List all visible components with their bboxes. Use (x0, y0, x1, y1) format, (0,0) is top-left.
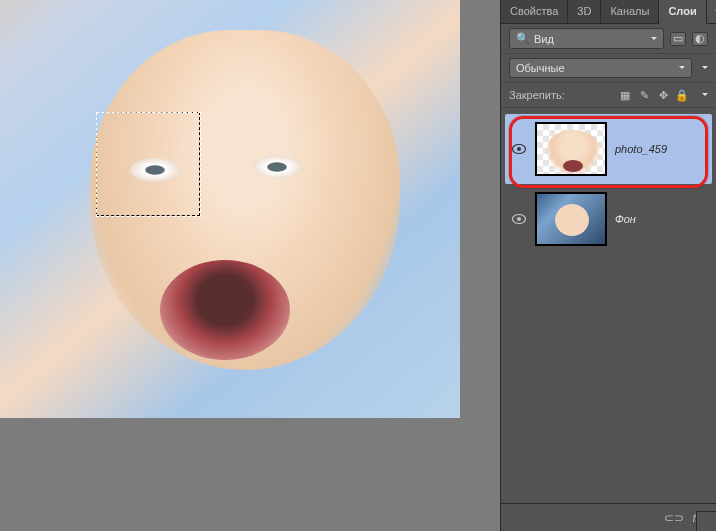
svg-point-1 (517, 147, 521, 151)
chevron-down-icon (679, 62, 685, 74)
document-image (0, 0, 460, 418)
lock-pixels-icon[interactable]: ✎ (636, 87, 652, 103)
chevron-down-icon[interactable] (702, 89, 708, 101)
selection-marquee[interactable] (96, 112, 200, 216)
filter-row: 🔍 Вид ▭ ◐ (501, 24, 716, 54)
blend-row: Обычные (501, 54, 716, 83)
panel-bottom-bar: ⊂⊃ fx (501, 503, 716, 531)
tab-properties[interactable]: Свойства (501, 0, 568, 23)
lock-all-icon[interactable]: 🔒 (674, 87, 690, 103)
panel-tabs: Свойства 3D Каналы Слои ▾≡ (501, 0, 716, 24)
lock-row: Закрепить: ▦ ✎ ✥ 🔒 (501, 83, 716, 108)
visibility-toggle-icon[interactable] (511, 211, 527, 227)
layers-list: photo_459 Фон (501, 108, 716, 503)
panel-menu-icon[interactable]: ▾≡ (707, 0, 716, 23)
canvas-area[interactable] (0, 0, 500, 531)
layer-name[interactable]: Фон (615, 213, 636, 225)
kind-dropdown[interactable]: 🔍 Вид (509, 28, 664, 49)
blend-mode-dropdown[interactable]: Обычные (509, 58, 692, 78)
lock-transparent-icon[interactable]: ▦ (617, 87, 633, 103)
layer-thumbnail[interactable] (535, 122, 607, 176)
lock-position-icon[interactable]: ✥ (655, 87, 671, 103)
layer-name[interactable]: photo_459 (615, 143, 667, 155)
chevron-down-icon[interactable] (702, 62, 708, 74)
kind-label: Вид (534, 33, 554, 45)
blend-label: Обычные (516, 62, 565, 74)
tab-layers[interactable]: Слои (659, 0, 706, 24)
visibility-toggle-icon[interactable] (511, 141, 527, 157)
layer-thumbnail[interactable] (535, 192, 607, 246)
svg-point-3 (517, 217, 521, 221)
tab-channels[interactable]: Каналы (601, 0, 659, 23)
layers-panel: Свойства 3D Каналы Слои ▾≡ 🔍 Вид ▭ ◐ Обы… (500, 0, 716, 531)
filter-image-icon[interactable]: ▭ (670, 32, 686, 46)
layer-item[interactable]: Фон (505, 184, 712, 254)
image-content (252, 155, 302, 179)
search-icon: 🔍 (516, 32, 530, 45)
image-content (160, 260, 290, 360)
canvas-background (0, 418, 460, 531)
lock-label: Закрепить: (509, 89, 565, 101)
tab-3d[interactable]: 3D (568, 0, 601, 23)
filter-toggle-icon[interactable]: ◐ (692, 32, 708, 46)
layer-item[interactable]: photo_459 (505, 114, 712, 184)
resize-grip[interactable] (696, 511, 716, 531)
chevron-down-icon (651, 33, 657, 45)
link-layers-icon[interactable]: ⊂⊃ (664, 511, 684, 525)
